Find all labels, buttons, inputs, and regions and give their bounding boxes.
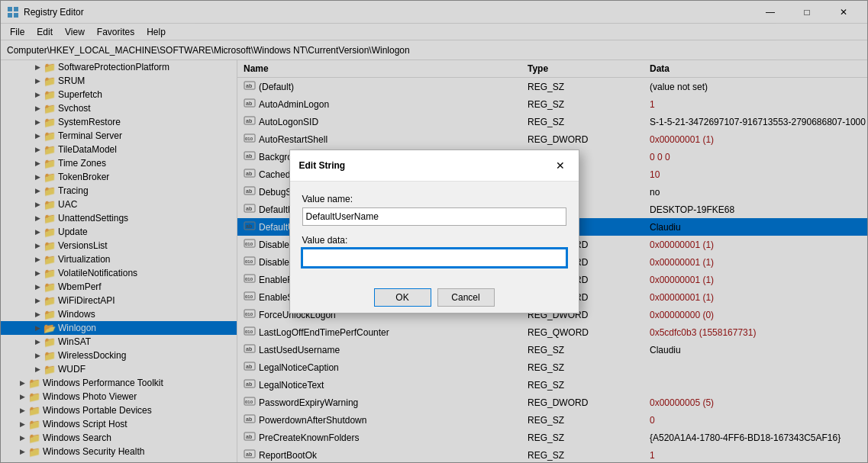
cancel-button[interactable]: Cancel [437,288,495,307]
value-name-input[interactable] [302,207,566,226]
dialog-buttons: OK Cancel [290,288,579,313]
dialog-title-bar: Edit String ✕ [290,150,579,182]
dialog-close-button[interactable]: ✕ [551,156,570,175]
ok-button[interactable]: OK [374,288,431,307]
dialog-title: Edit String [299,160,346,171]
value-data-label: Value data: [302,235,566,246]
value-data-input[interactable] [302,249,566,267]
edit-string-dialog: Edit String ✕ Value name: Value data: OK… [289,150,579,313]
dialog-body: Value name: Value data: [290,182,579,288]
value-name-label: Value name: [302,194,566,204]
modal-overlay: Edit String ✕ Value name: Value data: OK… [0,0,868,463]
